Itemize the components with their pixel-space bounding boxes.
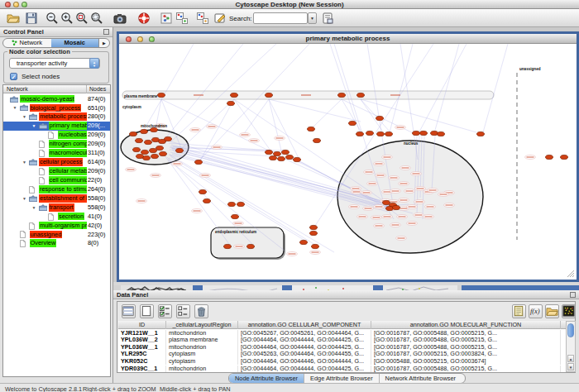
expander-icon[interactable]: ▼: [32, 205, 36, 210]
import-network-icon[interactable]: [175, 12, 189, 25]
tree-row-label: secretion: [58, 213, 84, 221]
tree-row-cell-communicat[interactable]: cell communicat22(0): [3, 175, 110, 184]
function-builder-icon[interactable]: f(x): [529, 304, 543, 318]
table-cell: mitochondrion: [166, 366, 238, 373]
tree-row-primary-metabo[interactable]: ▼primary metabo209(...: [3, 122, 110, 131]
tree-row-node-count: 22(0): [88, 176, 102, 184]
table-row-ypl036w__1[interactable]: YPL036W__1mitochondrion[GO:0044464, GO:0…: [118, 344, 566, 351]
table-cell: YKR052C: [118, 358, 166, 366]
tree-row-establishment-of-lo[interactable]: ▼establishment of lo558(0): [3, 194, 110, 203]
tree-row-mosaic-demo-yeast[interactable]: mosaic-demo-yeast874(0): [3, 94, 110, 103]
import-attributes-icon[interactable]: [545, 304, 559, 318]
unselect-all-rows-icon[interactable]: [140, 304, 154, 318]
delete-attribute-icon[interactable]: [194, 304, 208, 318]
tree-row-biological-process[interactable]: ▼biological_process651(0): [3, 103, 110, 112]
expander-icon[interactable]: ▼: [22, 196, 26, 201]
search-input[interactable]: [253, 12, 308, 24]
snapshot-icon[interactable]: [113, 12, 127, 25]
attribute-layout-icon[interactable]: [176, 304, 190, 318]
close-button[interactable]: [5, 2, 11, 7]
zoom-fit-icon[interactable]: [90, 12, 103, 25]
vizmapper-icon[interactable]: [160, 12, 173, 25]
scroll-down-arrow[interactable]: ▼: [567, 363, 574, 370]
node-color-dropdown-value: transporter activity: [17, 60, 67, 67]
float-panel-icon[interactable]: [103, 29, 109, 35]
table-scrollbar[interactable]: ▲ ▼: [566, 321, 576, 372]
network-maximize-button[interactable]: [149, 36, 155, 42]
tree-row-cellular-process[interactable]: ▼cellular process614(0): [3, 158, 110, 167]
tab-edge-attribute-browser[interactable]: Edge Attribute Browser: [304, 374, 380, 383]
expander-icon[interactable]: ▼: [22, 160, 26, 165]
tree-row-unassigned[interactable]: unassigned223(0): [3, 230, 110, 239]
tree-row-node-count: 41(0): [88, 213, 102, 221]
save-icon[interactable]: [25, 12, 38, 25]
import-attributes-icon[interactable]: [321, 12, 334, 25]
data-panel: Data Panel ID_cellularLayoutRegionannota…: [113, 290, 579, 383]
expander-icon[interactable]: ▼: [22, 114, 26, 119]
column-header-id[interactable]: ID: [118, 321, 166, 329]
table-cell: [GO:0044464, GO:0044446, GO:0044444, G..…: [238, 358, 371, 366]
search-label: Search:: [229, 15, 252, 22]
tab-mosaic[interactable]: Mosaic: [51, 39, 99, 47]
tree-row-metabolic-process[interactable]: ▼metabolic process280(0): [3, 112, 110, 122]
table-row-ylr295c[interactable]: YLR295Ccytoplasm[GO:0045263, GO:0044464,…: [118, 351, 566, 358]
zoom-in-icon[interactable]: [60, 12, 74, 25]
maximize-button[interactable]: [22, 2, 27, 7]
table-cell: YPL036W__1: [118, 344, 166, 351]
zoom-out-icon[interactable]: [45, 12, 59, 25]
table-row-yjr121w__1[interactable]: YJR121W__1mitochondrion[GO:0045267, GO:0…: [118, 330, 566, 337]
main-toolbar: Search: ▼: [0, 9, 579, 27]
minimize-button[interactable]: [13, 2, 19, 7]
node-color-dropdown[interactable]: transporter activity ▲▼: [9, 58, 100, 69]
search-dropdown-button[interactable]: ▼: [308, 12, 317, 24]
more-tabs-button[interactable]: ▶: [98, 39, 109, 47]
table-cell: [GO:0016787, GO:0005488, GO:0005215, G..…: [371, 337, 561, 344]
select-nodes-checkbox[interactable]: ✓: [10, 73, 17, 80]
matrix-view-icon[interactable]: [562, 304, 576, 318]
table-row-ypl036w__2[interactable]: YPL036W__2plasma membrane[GO:0044464, GO…: [118, 337, 566, 344]
zoom-selected-icon[interactable]: [75, 12, 89, 25]
column-header-cellular-component[interactable]: annotation.GO CELLULAR_COMPONENT: [238, 321, 371, 329]
tab-node-attribute-browser[interactable]: Node Attribute Browser: [229, 374, 304, 383]
table-cell: YLR295C: [118, 351, 166, 358]
tree-row-label: cellular metabol: [49, 167, 88, 175]
expander-icon[interactable]: ▼: [32, 123, 36, 128]
tree-row-macromolecule[interactable]: macromolecule311(0): [3, 149, 110, 158]
scrollbar-thumb[interactable]: [567, 323, 574, 337]
network-close-button[interactable]: [126, 36, 132, 42]
status-welcome: Welcome to Cytoscape 2.8.1: [5, 385, 82, 392]
tree-row-response-to-stimulu[interactable]: response to stimulu264(0): [3, 184, 110, 194]
tree-row-multi-organism-pro[interactable]: multi-organism pro42(0): [3, 221, 110, 230]
tab-network[interactable]: Network: [3, 39, 51, 47]
float-data-panel-icon[interactable]: [570, 292, 576, 298]
network-minimize-button[interactable]: [137, 36, 143, 42]
tree-row-node-count: 651(0): [88, 104, 105, 112]
export-network-icon[interactable]: [196, 12, 209, 25]
tree-row-cellular-metabol[interactable]: cellular metabol209(0): [3, 166, 110, 175]
table-row-ykr052c[interactable]: YKR052Ccytoplasm[GO:0044464, GO:0044446,…: [118, 358, 566, 366]
select-attributes-icon[interactable]: [158, 304, 172, 318]
tab-network-attribute-browser[interactable]: Network Attribute Browser: [380, 374, 462, 383]
scroll-up-arrow[interactable]: ▲: [567, 355, 574, 362]
open-file-icon[interactable]: [7, 12, 20, 25]
tree-row-secretion[interactable]: secretion41(0): [3, 212, 110, 221]
annotation-icon[interactable]: [213, 12, 227, 25]
tree-row-nucleobase-[interactable]: nucleobase-209(0): [3, 131, 110, 140]
tree-row-transport[interactable]: ▼transport558(0): [3, 203, 110, 212]
help-icon[interactable]: [137, 12, 151, 25]
tree-row-label: cell communicat: [49, 176, 88, 184]
tree-row-node-count: 558(0): [88, 203, 105, 212]
table-row-ydr039c__1[interactable]: YDR039C__1mitochondrion[GO:0044464, GO:0…: [118, 366, 566, 373]
table-cell: [GO:0016787, GO:0005488, GO:0005215, G..…: [371, 344, 561, 351]
column-header-molecular-function[interactable]: annotation.GO MOLECULAR_FUNCTION: [371, 321, 561, 329]
attribute-batch-editor-icon[interactable]: [512, 304, 526, 318]
network-canvas[interactable]: plasma membranecytoplasmmitochondrionnuc…: [119, 44, 577, 280]
tree-row-nitrogen-compo[interactable]: nitrogen compo209(0): [3, 140, 110, 149]
expander-icon[interactable]: ▼: [13, 105, 17, 110]
network-window-titlebar[interactable]: primary metabolic process: [119, 34, 577, 44]
tree-row-overview[interactable]: Overview8(0): [3, 239, 110, 248]
select-all-rows-icon[interactable]: [122, 304, 136, 318]
svg-text:cytoplasm: cytoplasm: [122, 105, 141, 109]
column-header-region[interactable]: _cellularLayoutRegion: [166, 321, 238, 329]
tree-row-label: transport: [49, 203, 74, 212]
